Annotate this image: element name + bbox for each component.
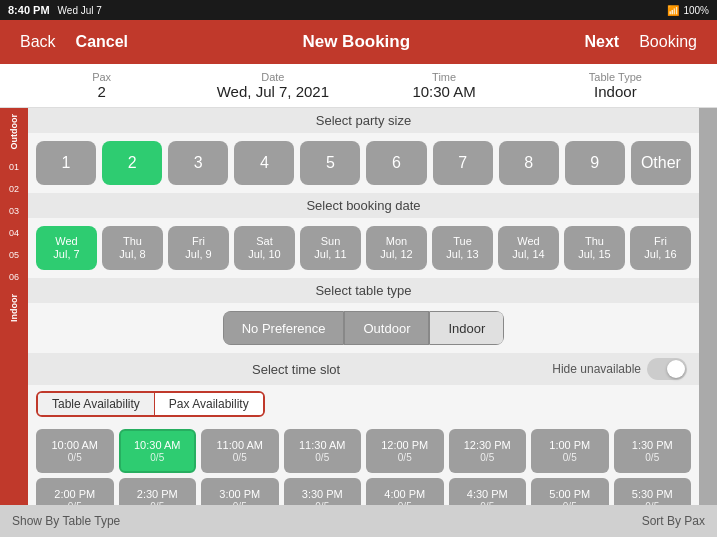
- date-btn-4[interactable]: SunJul, 11: [300, 226, 361, 270]
- time-slot-btn-9[interactable]: 2:30 PM0/5: [119, 478, 197, 505]
- time-slot-btn-7[interactable]: 1:30 PM0/5: [614, 429, 692, 473]
- avail-tab-1[interactable]: Pax Availability: [155, 393, 263, 415]
- cancel-button[interactable]: Cancel: [68, 29, 136, 55]
- party-size-btn-7[interactable]: 7: [433, 141, 493, 185]
- date-btn-0[interactable]: WedJul, 7: [36, 226, 97, 270]
- time-slot-btn-12[interactable]: 4:00 PM0/5: [366, 478, 444, 505]
- time-value: 10:30 AM: [359, 83, 530, 100]
- party-size-btn-4[interactable]: 4: [234, 141, 294, 185]
- party-size-btn-2[interactable]: 2: [102, 141, 162, 185]
- time-slot-btn-8[interactable]: 2:00 PM0/5: [36, 478, 114, 505]
- booking-date-row: WedJul, 7ThuJul, 8FriJul, 9SatJul, 10Sun…: [28, 218, 699, 278]
- booking-button[interactable]: Booking: [631, 29, 705, 55]
- time-slot-btn-4[interactable]: 12:00 PM0/5: [366, 429, 444, 473]
- battery-label: 100%: [683, 5, 709, 16]
- avail-tabs-section: Table AvailabilityPax Availability: [28, 385, 699, 423]
- date-btn-3[interactable]: SatJul, 10: [234, 226, 295, 270]
- time-slot-header: Select time slot: [40, 362, 552, 377]
- booking-date-header: Select booking date: [28, 193, 699, 218]
- date-btn-9[interactable]: FriJul, 16: [630, 226, 691, 270]
- time-slot-header-row: Select time slot Hide unavailable: [28, 353, 699, 385]
- table-type-btn-outdoor[interactable]: Outdoor: [344, 311, 429, 345]
- nav-bar: Back Cancel New Booking Next Booking: [0, 20, 717, 64]
- nav-title: New Booking: [302, 32, 410, 52]
- time-slot-btn-14[interactable]: 5:00 PM0/5: [531, 478, 609, 505]
- table-type-value: Indoor: [530, 83, 701, 100]
- status-time: 8:40 PM: [8, 4, 50, 16]
- date-btn-5[interactable]: MonJul, 12: [366, 226, 427, 270]
- party-size-btn-1[interactable]: 1: [36, 141, 96, 185]
- pax-value: 2: [16, 83, 187, 100]
- time-slot-btn-2[interactable]: 11:00 AM0/5: [201, 429, 279, 473]
- time-slot-btn-13[interactable]: 4:30 PM0/5: [449, 478, 527, 505]
- summary-table-type: Table Type Indoor: [530, 71, 701, 100]
- summary-date: Date Wed, Jul 7, 2021: [187, 71, 358, 100]
- back-button[interactable]: Back: [12, 29, 64, 55]
- summary-pax: Pax 2: [16, 71, 187, 100]
- party-size-btn-9[interactable]: 9: [565, 141, 625, 185]
- status-bar: 8:40 PM Wed Jul 7 📶 100%: [0, 0, 717, 20]
- avail-tabs-wrapper: Table AvailabilityPax Availability: [36, 391, 265, 417]
- indoor-label: Indoor: [9, 294, 19, 322]
- party-size-btn-Other[interactable]: Other: [631, 141, 691, 185]
- hide-unavailable-toggle[interactable]: [647, 358, 687, 380]
- time-slot-btn-15[interactable]: 5:30 PM0/5: [614, 478, 692, 505]
- time-slot-btn-10[interactable]: 3:00 PM0/5: [201, 478, 279, 505]
- party-size-header: Select party size: [28, 108, 699, 133]
- party-size-btn-3[interactable]: 3: [168, 141, 228, 185]
- date-btn-6[interactable]: TueJul, 13: [432, 226, 493, 270]
- table-type-label: Table Type: [530, 71, 701, 83]
- party-size-btn-6[interactable]: 6: [366, 141, 426, 185]
- show-by-table-type-button[interactable]: Show By Table Type: [12, 514, 120, 528]
- time-label: Time: [359, 71, 530, 83]
- summary-time: Time 10:30 AM: [359, 71, 530, 100]
- time-slot-btn-3[interactable]: 11:30 AM0/5: [284, 429, 362, 473]
- date-btn-8[interactable]: ThuJul, 15: [564, 226, 625, 270]
- sort-by-pax-button[interactable]: Sort By Pax: [642, 514, 705, 528]
- date-label: Date: [187, 71, 358, 83]
- wifi-icon: 📶: [667, 5, 679, 16]
- table-type-btn-no-preference[interactable]: No Preference: [223, 311, 345, 345]
- time-slot-btn-0[interactable]: 10:00 AM0/5: [36, 429, 114, 473]
- pax-label: Pax: [16, 71, 187, 83]
- hide-unavailable-section: Hide unavailable: [552, 358, 687, 380]
- party-size-grid: 123456789Other: [28, 133, 699, 193]
- time-slots-grid: 10:00 AM0/510:30 AM0/511:00 AM0/511:30 A…: [28, 423, 699, 505]
- party-size-btn-8[interactable]: 8: [499, 141, 559, 185]
- right-panel: [699, 108, 717, 505]
- table-type-btn-indoor[interactable]: Indoor: [429, 311, 504, 345]
- bottom-bar: Show By Table Type Sort By Pax: [0, 505, 717, 537]
- party-size-btn-5[interactable]: 5: [300, 141, 360, 185]
- date-value: Wed, Jul 7, 2021: [187, 83, 358, 100]
- next-button[interactable]: Next: [576, 29, 627, 55]
- summary-row: Pax 2 Date Wed, Jul 7, 2021 Time 10:30 A…: [0, 64, 717, 108]
- outdoor-label: Outdoor: [9, 114, 19, 150]
- status-date: Wed Jul 7: [58, 5, 102, 16]
- date-btn-1[interactable]: ThuJul, 8: [102, 226, 163, 270]
- table-type-row: No PreferenceOutdoorIndoor: [28, 303, 699, 353]
- time-slot-btn-6[interactable]: 1:00 PM0/5: [531, 429, 609, 473]
- time-slot-btn-1[interactable]: 10:30 AM0/5: [119, 429, 197, 473]
- time-slot-btn-5[interactable]: 12:30 PM0/5: [449, 429, 527, 473]
- avail-tab-0[interactable]: Table Availability: [38, 393, 155, 415]
- hide-unavailable-label: Hide unavailable: [552, 362, 641, 376]
- date-btn-7[interactable]: WedJul, 14: [498, 226, 559, 270]
- table-type-header: Select table type: [28, 278, 699, 303]
- main-content: Select party size 123456789Other Select …: [28, 108, 699, 505]
- side-labels: Outdoor 01 02 03 04 05 06 Indoor: [0, 108, 28, 505]
- time-slot-btn-11[interactable]: 3:30 PM0/5: [284, 478, 362, 505]
- date-btn-2[interactable]: FriJul, 9: [168, 226, 229, 270]
